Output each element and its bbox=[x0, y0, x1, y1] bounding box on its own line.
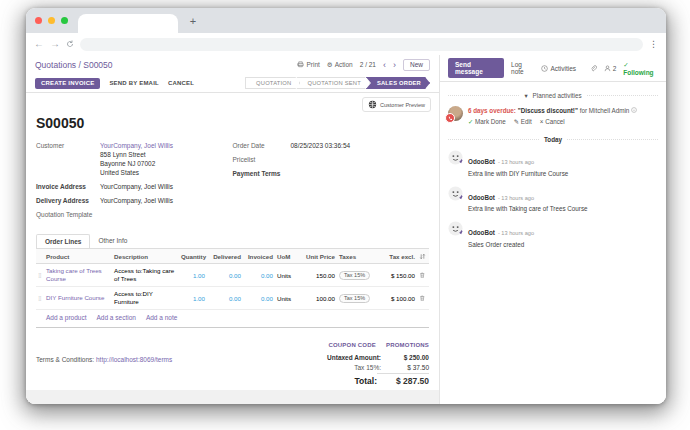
optional-columns-icon[interactable] bbox=[417, 253, 429, 260]
screenshot-stage: + ← → ⋮ Quotations / S00050 Print ⚙ bbox=[0, 0, 690, 430]
header-taxes[interactable]: Taxes bbox=[337, 253, 373, 260]
tax-badge[interactable]: Tax 15% bbox=[339, 271, 370, 280]
following-button[interactable]: ✓ Following bbox=[623, 61, 658, 76]
forward-icon[interactable]: → bbox=[50, 39, 60, 49]
maximize-window-icon[interactable] bbox=[61, 17, 68, 24]
unit-price-cell[interactable]: 100.00 bbox=[299, 295, 337, 302]
delete-row-icon[interactable] bbox=[417, 272, 429, 279]
browser-tab[interactable] bbox=[78, 14, 178, 33]
terms-link[interactable]: http://localhost:8069/terms bbox=[96, 356, 172, 363]
send-by-email-button[interactable]: SEND BY EMAIL bbox=[109, 80, 159, 86]
new-tab-icon[interactable]: + bbox=[186, 14, 200, 28]
unit-price-cell[interactable]: 150.00 bbox=[299, 272, 337, 279]
activities-button[interactable]: Activities bbox=[541, 65, 576, 72]
message-author[interactable]: OdooBot bbox=[468, 229, 495, 236]
pager-next-icon[interactable]: › bbox=[393, 60, 396, 70]
invoice-address-label: Invoice Address bbox=[36, 182, 100, 191]
back-icon[interactable]: ← bbox=[34, 39, 44, 49]
new-button[interactable]: New bbox=[403, 59, 430, 71]
send-message-button[interactable]: Send message bbox=[448, 58, 504, 78]
notebook-tabs: Order Lines Other Info bbox=[36, 234, 429, 248]
tab-order-lines[interactable]: Order Lines bbox=[36, 234, 90, 248]
header-tax-excl[interactable]: Tax excl. bbox=[373, 253, 417, 260]
header-uom[interactable]: UoM bbox=[275, 253, 299, 260]
invoiced-cell[interactable]: 0.00 bbox=[243, 295, 275, 302]
field-group: Customer YourCompany, Joel Willis 858 Ly… bbox=[36, 141, 429, 224]
phone-activity-icon bbox=[445, 113, 455, 123]
customer-link[interactable]: YourCompany, Joel Willis bbox=[100, 142, 173, 149]
status-sales-order[interactable]: SALES ORDER bbox=[366, 77, 430, 89]
activity-summary: "Discuss discount!" bbox=[518, 107, 578, 114]
status-quotation[interactable]: QUOTATION bbox=[245, 77, 300, 89]
tab-other-info[interactable]: Other Info bbox=[90, 234, 135, 248]
order-date-value[interactable]: 08/25/2023 03:36:54 bbox=[291, 141, 351, 150]
header-description[interactable]: Description bbox=[112, 253, 179, 260]
add-product-link[interactable]: Add a product bbox=[46, 314, 86, 321]
add-section-link[interactable]: Add a section bbox=[96, 314, 135, 321]
delete-row-icon[interactable] bbox=[417, 295, 429, 302]
message-author[interactable]: OdooBot bbox=[468, 158, 495, 165]
cancel-activity-button[interactable]: × Cancel bbox=[540, 117, 565, 126]
minimize-window-icon[interactable] bbox=[48, 17, 55, 24]
info-icon[interactable] bbox=[631, 107, 637, 113]
action-button[interactable]: ⚙ Action bbox=[327, 61, 353, 69]
create-invoice-button[interactable]: CREATE INVOICE bbox=[35, 78, 100, 89]
delivery-address-value[interactable]: YourCompany, Joel Willis bbox=[100, 196, 173, 205]
message-body: Sales Order created bbox=[468, 241, 534, 249]
header-quantity[interactable]: Quantity bbox=[179, 253, 207, 260]
quantity-cell[interactable]: 1.00 bbox=[179, 272, 207, 279]
mark-done-button[interactable]: ✓ Mark Done bbox=[468, 117, 506, 126]
delivered-cell[interactable]: 0.00 bbox=[207, 272, 243, 279]
invoice-address-value[interactable]: YourCompany, Joel Willis bbox=[100, 182, 173, 191]
message-time: - 13 hours ago bbox=[498, 195, 534, 201]
uom-cell[interactable]: Units bbox=[275, 272, 299, 279]
header-product[interactable]: Product bbox=[44, 253, 112, 260]
followers-button[interactable]: 2 bbox=[604, 65, 616, 72]
invoiced-cell[interactable]: 0.00 bbox=[243, 272, 275, 279]
log-note-button[interactable]: Log note bbox=[511, 61, 534, 75]
message-item: OdooBot- 13 hours ago Extra line with DI… bbox=[448, 150, 658, 178]
cancel-button[interactable]: CANCEL bbox=[168, 80, 194, 86]
close-window-icon[interactable] bbox=[35, 17, 42, 24]
header-delivered[interactable]: Delivered bbox=[207, 253, 243, 260]
customer-label: Customer bbox=[36, 141, 100, 177]
planned-activities-header[interactable]: ▾ Planned activities bbox=[448, 92, 658, 99]
edit-activity-button[interactable]: ✎ Edit bbox=[514, 117, 532, 126]
product-link[interactable]: Taking care of Trees Course bbox=[46, 267, 102, 282]
tax-badge[interactable]: Tax 15% bbox=[339, 294, 370, 303]
customer-preview-button[interactable]: Customer Preview bbox=[362, 97, 431, 112]
print-button[interactable]: Print bbox=[297, 61, 319, 68]
untaxed-amount-value: $ 250.00 bbox=[381, 354, 429, 361]
tax-label: Tax 15%: bbox=[354, 364, 381, 371]
description-cell[interactable]: Access to:Taking care of Trees bbox=[112, 267, 179, 283]
message-time: - 13 hours ago bbox=[498, 159, 534, 165]
uom-cell[interactable]: Units bbox=[275, 295, 299, 302]
customer-address-line: 858 Lynn Street bbox=[100, 150, 173, 159]
reload-icon[interactable] bbox=[66, 40, 74, 48]
header-unit-price[interactable]: Unit Price bbox=[299, 253, 337, 260]
odoobot-avatar bbox=[448, 186, 463, 201]
pager-previous-icon[interactable]: ‹ bbox=[383, 60, 386, 70]
product-link[interactable]: DIY Furniture Course bbox=[46, 294, 104, 301]
drag-handle-icon[interactable]: ⣿ bbox=[36, 272, 44, 278]
promotions-button[interactable]: PROMOTIONS bbox=[386, 342, 429, 348]
add-note-link[interactable]: Add a note bbox=[146, 314, 177, 321]
status-quotation-sent[interactable]: QUOTATION SENT bbox=[296, 77, 369, 89]
table-row: ⣿ Taking care of Trees Course Access to:… bbox=[36, 264, 429, 287]
attachment-icon[interactable] bbox=[590, 65, 597, 72]
coupon-code-button[interactable]: COUPON CODE bbox=[328, 342, 376, 348]
message-author[interactable]: OdooBot bbox=[468, 194, 495, 201]
drag-handle-icon[interactable]: ⣿ bbox=[36, 295, 44, 301]
payment-terms-label: Payment Terms bbox=[233, 169, 291, 178]
activity-assignee: for Mitchell Admin bbox=[580, 107, 630, 114]
quantity-cell[interactable]: 1.00 bbox=[179, 295, 207, 302]
sheet-bottom: Terms & Conditions: http://localhost:806… bbox=[36, 342, 429, 390]
delivered-cell[interactable]: 0.00 bbox=[207, 295, 243, 302]
pager-value: 2 / 21 bbox=[360, 61, 376, 68]
browser-menu-icon[interactable]: ⋮ bbox=[649, 39, 658, 49]
description-cell[interactable]: Access to:DIY Furniture bbox=[112, 290, 179, 306]
header-invoiced[interactable]: Invoiced bbox=[243, 253, 275, 260]
address-bar[interactable] bbox=[80, 38, 643, 51]
odoobot-avatar bbox=[448, 150, 463, 165]
breadcrumb[interactable]: Quotations / S00050 bbox=[35, 60, 113, 70]
